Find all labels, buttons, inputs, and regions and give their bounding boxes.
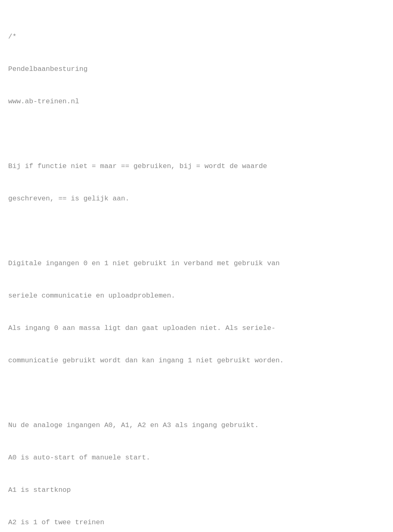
line-2: Pendelbaanbesturing [8, 64, 385, 75]
line-7: seriele communicatie en uploadproblemen. [8, 291, 385, 301]
code-editor: /* Pendelbaanbesturing www.ab-treinen.nl… [8, 10, 385, 532]
line-empty-3 [8, 388, 385, 398]
line-empty-1 [8, 129, 385, 139]
line-13: A2 is 1 of twee treinen [8, 517, 385, 528]
line-8: Als ingang 0 aan massa ligt dan gaat upl… [8, 323, 385, 334]
line-empty-2 [8, 226, 385, 236]
line-11: A0 is auto-start of manuele start. [8, 452, 385, 463]
line-1: /* [8, 32, 385, 42]
line-6: Digitale ingangen 0 en 1 niet gebruikt i… [8, 258, 385, 269]
line-3: www.ab-treinen.nl [8, 96, 385, 107]
line-10: Nu de analoge ingangen A0, A1, A2 en A3 … [8, 420, 385, 431]
line-12: A1 is startknop [8, 485, 385, 496]
line-9: communicatie gebruikt wordt dan kan inga… [8, 355, 385, 366]
line-4: Bij if functie niet = maar == gebruiken,… [8, 161, 385, 172]
line-5: geschreven, == is gelijk aan. [8, 193, 385, 204]
